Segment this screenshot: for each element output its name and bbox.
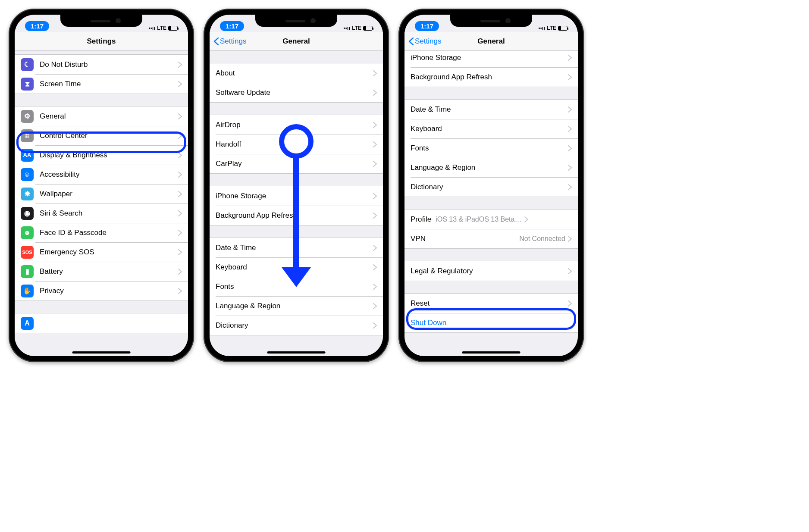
moon-icon: ☾ [21,58,34,71]
hourglass-icon: ⧗ [21,78,34,91]
row-label: Display & Brightness [40,151,178,160]
flower-icon: ❋ [21,188,34,200]
row-background-app-refresh[interactable]: Background App Refresh [404,67,578,87]
battery-icon [558,26,568,31]
row-label: Software Update [216,88,373,97]
battery-icon: ▮ [21,265,34,278]
row-handoff[interactable]: Handoff [210,135,383,154]
row-partial[interactable]: A [15,313,188,333]
row-label: Battery [40,267,178,276]
row-date-time[interactable]: Date & Time [404,100,578,119]
nav-title: General [477,37,505,46]
row-date-time[interactable]: Date & Time [210,238,383,257]
sos-icon: SOS [21,246,34,259]
row-label: Fonts [216,282,373,291]
chevron-right-icon [178,288,182,294]
notch [450,15,532,27]
chevron-right-icon [178,133,182,139]
row-label: Siri & Search [40,209,178,218]
row-screen-time[interactable]: ⧗ Screen Time [15,74,188,94]
nav-title: General [282,37,310,46]
row-label: Screen Time [40,80,178,88]
phone-general-top: 1:17 ••ıı LTE Settings General About [204,9,389,362]
row-label: iPhone Storage [411,53,568,62]
hand-icon: ✋ [21,285,34,297]
row-general[interactable]: ⚙ General [15,106,188,126]
row-iphone-storage[interactable]: iPhone Storage [404,51,578,67]
row-legal-regulatory[interactable]: Legal & Regulatory [404,261,578,281]
phone-general-bottom: 1:17 ••ıı LTE Settings General iPhone St… [398,9,584,362]
row-fonts[interactable]: Fonts [404,138,578,158]
row-accessibility[interactable]: ☺ Accessibility [15,165,188,184]
nav-bar: Settings General [404,32,578,51]
row-face-id-passcode[interactable]: ☻ Face ID & Passcode [15,223,188,242]
nav-back-button[interactable]: Settings [408,32,441,50]
row-label: Wallpaper [40,190,178,198]
chevron-right-icon [373,122,377,128]
row-label: Date & Time [411,105,568,114]
siri-icon: ◉ [21,207,34,220]
row-reset[interactable]: Reset [404,294,578,313]
sliders-icon: ⠿ [21,129,34,142]
home-indicator[interactable] [267,351,326,354]
row-profile[interactable]: Profile iOS 13 & iPadOS 13 Beta Softwar.… [404,210,578,229]
chevron-right-icon [568,184,572,190]
home-indicator[interactable] [462,351,521,354]
row-label: AirDrop [216,121,373,129]
carrier-label: LTE [352,25,361,31]
chevron-right-icon [568,126,572,132]
row-keyboard[interactable]: Keyboard [404,119,578,138]
row-label: Keyboard [216,263,373,272]
nav-title: Settings [87,37,116,46]
row-dictionary[interactable]: Dictionary [404,177,578,197]
home-indicator[interactable] [72,351,131,354]
row-label: VPN [411,235,519,243]
row-background-app-refresh[interactable]: Background App Refresh [210,206,383,225]
row-airdrop[interactable]: AirDrop [210,115,383,135]
row-software-update[interactable]: Software Update [210,83,383,102]
row-vpn[interactable]: VPN Not Connected [404,229,578,248]
row-fonts[interactable]: Fonts [210,277,383,296]
row-display-brightness[interactable]: AA Display & Brightness [15,145,188,165]
chevron-right-icon [373,70,377,76]
battery-icon [168,26,178,31]
chevron-right-icon [178,113,182,119]
row-do-not-disturb[interactable]: ☾ Do Not Disturb [15,55,188,74]
row-label: Control Center [40,131,178,140]
row-emergency-sos[interactable]: SOS Emergency SOS [15,242,188,262]
row-label: Accessibility [40,170,178,179]
chevron-right-icon [178,249,182,255]
row-label: Emergency SOS [40,248,178,257]
chevron-right-icon [373,322,377,329]
row-label: Dictionary [216,321,373,330]
row-about[interactable]: About [210,63,383,83]
accessibility-icon: ☺ [21,168,34,181]
row-carplay[interactable]: CarPlay [210,154,383,173]
row-label: Legal & Regulatory [411,267,568,275]
nav-bar: Settings [15,32,188,51]
chevron-right-icon [568,145,572,151]
row-shut-down[interactable]: Shut Down [404,313,578,332]
signal-icon: ••ıı [148,25,155,31]
row-battery[interactable]: ▮ Battery [15,262,188,281]
carrier-label: LTE [547,25,556,31]
faceid-icon: ☻ [21,226,34,239]
chevron-right-icon [568,300,572,307]
row-wallpaper[interactable]: ❋ Wallpaper [15,184,188,203]
nav-back-button[interactable]: Settings [213,32,246,50]
row-label: Privacy [40,287,178,295]
gear-icon: ⚙ [21,110,34,123]
row-dictionary[interactable]: Dictionary [210,316,383,335]
row-language-region[interactable]: Language & Region [404,158,578,177]
row-label: Fonts [411,144,568,153]
chevron-right-icon [373,161,377,167]
row-iphone-storage[interactable]: iPhone Storage [210,186,383,206]
row-siri-search[interactable]: ◉ Siri & Search [15,203,188,223]
row-label: Background App Refresh [411,73,568,81]
row-language-region[interactable]: Language & Region [210,296,383,316]
row-privacy[interactable]: ✋ Privacy [15,281,188,300]
row-label: About [216,69,373,78]
row-control-center[interactable]: ⠿ Control Center [15,126,188,145]
row-label: Face ID & Passcode [40,228,178,237]
row-keyboard[interactable]: Keyboard [210,257,383,277]
